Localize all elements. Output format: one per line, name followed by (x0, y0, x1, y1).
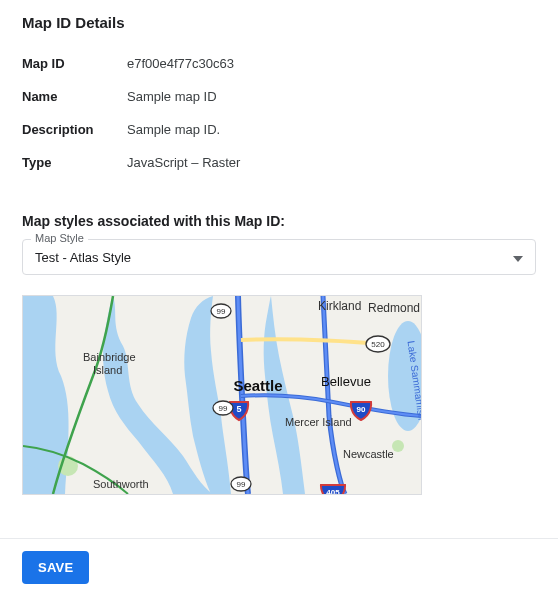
table-row: Type JavaScript – Raster (22, 146, 536, 179)
detail-label: Name (22, 80, 127, 113)
map-preview: Seattle Bellevue Kirkland Redmond Mercer… (22, 295, 422, 495)
map-label-bainbridge-2: Island (93, 364, 122, 376)
map-label-redmond: Redmond (368, 301, 420, 315)
footer-bar: SAVE (0, 538, 558, 596)
map-label-bainbridge-1: Bainbridge (83, 351, 136, 363)
details-table: Map ID e7f00e4f77c30c63 Name Sample map … (22, 47, 536, 179)
detail-value: JavaScript – Raster (127, 146, 536, 179)
svg-text:99: 99 (217, 307, 226, 316)
styles-heading: Map styles associated with this Map ID: (22, 213, 536, 229)
map-style-field-label: Map Style (31, 232, 88, 244)
svg-text:405: 405 (326, 488, 340, 494)
svg-point-3 (392, 440, 404, 452)
map-label-bellevue: Bellevue (321, 374, 371, 389)
svg-text:520: 520 (371, 340, 385, 349)
detail-value: Sample map ID. (127, 113, 536, 146)
chevron-down-icon (513, 250, 523, 265)
shield-sr99b-icon: 99 (213, 401, 233, 415)
svg-text:99: 99 (219, 404, 228, 413)
detail-value: e7f00e4f77c30c63 (127, 47, 536, 80)
detail-label: Map ID (22, 47, 127, 80)
table-row: Name Sample map ID (22, 80, 536, 113)
svg-text:90: 90 (357, 405, 366, 414)
table-row: Description Sample map ID. (22, 113, 536, 146)
table-row: Map ID e7f00e4f77c30c63 (22, 47, 536, 80)
map-label-seattle: Seattle (233, 377, 282, 394)
detail-value: Sample map ID (127, 80, 536, 113)
map-style-selected-value: Test - Atlas Style (35, 250, 131, 265)
shield-sr520-icon: 520 (366, 336, 390, 352)
map-label-mercer: Mercer Island (285, 416, 352, 428)
shield-sr99c-icon: 99 (231, 477, 251, 491)
map-label-southworth: Southworth (93, 478, 149, 490)
shield-i405-icon: 405 (321, 485, 345, 494)
map-label-newcastle: Newcastle (343, 448, 394, 460)
save-button[interactable]: SAVE (22, 551, 89, 584)
detail-label: Type (22, 146, 127, 179)
page-title: Map ID Details (22, 14, 536, 31)
map-style-select[interactable]: Test - Atlas Style (22, 239, 536, 275)
svg-text:99: 99 (237, 480, 246, 489)
shield-sr99-icon: 99 (211, 304, 231, 318)
svg-text:5: 5 (236, 404, 241, 414)
detail-label: Description (22, 113, 127, 146)
map-label-kirkland: Kirkland (318, 299, 361, 313)
